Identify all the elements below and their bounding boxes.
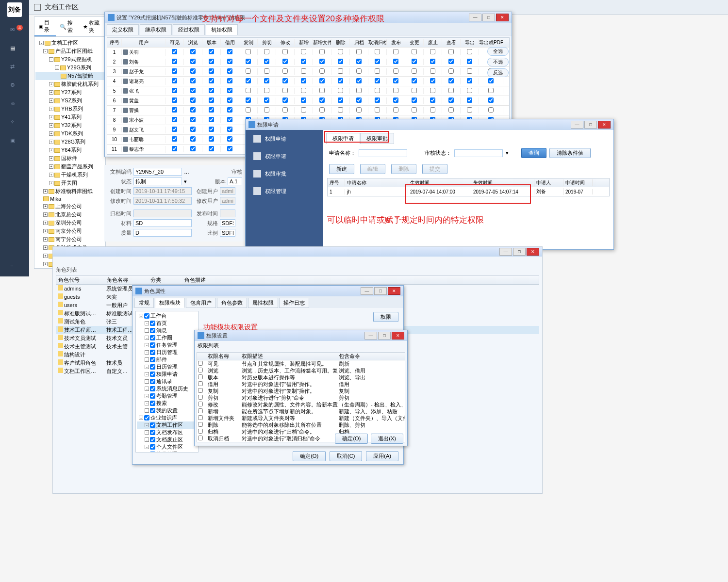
permission-checkbox[interactable] <box>172 97 177 103</box>
tree-node[interactable]: +Y41系列 <box>35 113 104 121</box>
permission-checkbox[interactable] <box>467 88 472 93</box>
permset-checkbox[interactable] <box>198 368 203 372</box>
module-tree-node[interactable]: - 任务管理 <box>137 341 197 349</box>
permission-button[interactable]: 权限 <box>373 312 398 322</box>
permission-checkbox[interactable] <box>412 49 417 54</box>
tree-node[interactable]: -Y29式挖掘机 <box>35 55 104 64</box>
module-tree-node[interactable]: - 系统消息历史 <box>137 385 197 392</box>
permission-checkbox[interactable] <box>393 49 398 54</box>
tools-icon[interactable]: ⚙ <box>10 82 19 91</box>
permission-checkbox[interactable] <box>319 49 325 54</box>
permission-row[interactable]: 3赵子龙 <box>107 67 509 77</box>
permission-checkbox[interactable] <box>356 59 362 64</box>
tree-node[interactable]: +北京总公司 <box>35 210 104 219</box>
permission-checkbox[interactable] <box>172 49 177 54</box>
module-checkbox[interactable] <box>150 408 155 413</box>
permission-row[interactable]: 1关羽 <box>107 48 509 57</box>
module-tree-node[interactable]: - 邮件 <box>137 356 197 363</box>
submit-button[interactable]: 提交 <box>422 164 447 174</box>
dialog-titlebar[interactable]: 角色属性 —□✕ <box>132 286 403 296</box>
new-button[interactable]: 新建 <box>329 164 354 174</box>
permission-checkbox[interactable] <box>467 68 472 74</box>
permission-checkbox[interactable] <box>190 146 196 151</box>
module-checkbox[interactable] <box>150 372 155 377</box>
permission-checkbox[interactable] <box>209 136 214 142</box>
module-tree-node[interactable]: - 文档发布区 <box>137 429 197 436</box>
menu-perm-apply-2[interactable]: 权限申请 <box>246 147 323 165</box>
tree-node[interactable]: +Y27系列 <box>35 88 104 97</box>
maximize-button[interactable]: □ <box>482 14 495 21</box>
permset-checkbox[interactable] <box>198 374 203 379</box>
permission-checkbox[interactable] <box>338 88 343 93</box>
permission-checkbox[interactable] <box>264 97 269 103</box>
invert-select-button[interactable]: 反选 <box>487 68 509 77</box>
permission-checkbox[interactable] <box>412 59 417 64</box>
permission-checkbox[interactable] <box>448 49 454 54</box>
permission-checkbox[interactable] <box>209 49 214 54</box>
permset-row[interactable]: 新增能在所选节点下增加新的对象。新建、导入、添加、粘贴 <box>197 408 405 415</box>
exit-button[interactable]: 退出(X) <box>371 434 403 444</box>
tab-pass[interactable]: 经过权限 <box>173 24 205 35</box>
permission-checkbox[interactable] <box>190 88 196 93</box>
module-tree-node[interactable]: - 权限申请 <box>137 371 197 378</box>
permission-checkbox[interactable] <box>209 78 214 83</box>
minimize-button[interactable]: — <box>499 248 512 256</box>
permission-checkbox[interactable] <box>227 97 232 103</box>
permission-checkbox[interactable] <box>338 107 343 113</box>
module-checkbox[interactable] <box>150 386 155 391</box>
tab-search[interactable]: 🔍 搜索 <box>56 17 79 36</box>
edit-button[interactable]: 编辑 <box>360 164 385 174</box>
module-tree-node[interactable]: - 工作台 <box>137 312 197 320</box>
permission-checkbox[interactable] <box>375 107 380 113</box>
window-titlebar[interactable]: —□✕ <box>53 247 542 257</box>
ok-button[interactable]: 确定(O) <box>335 434 368 444</box>
tree-node[interactable]: +上海分公司 <box>35 202 104 210</box>
module-tree-node[interactable]: - 文档工作区 <box>137 421 197 429</box>
permission-checkbox[interactable] <box>264 59 269 64</box>
permission-checkbox[interactable] <box>375 78 380 83</box>
tab-approve[interactable]: 权限审批 <box>360 133 394 144</box>
close-button[interactable]: ✕ <box>392 332 404 340</box>
permission-checkbox[interactable] <box>338 49 343 54</box>
permset-row[interactable]: 剪切对对象进行进行"剪切"命令剪切 <box>197 394 405 401</box>
permission-checkbox[interactable] <box>227 107 232 113</box>
permission-checkbox[interactable] <box>209 127 214 132</box>
maximize-button[interactable]: □ <box>584 121 597 129</box>
ratio-input[interactable] <box>220 229 235 237</box>
permission-checkbox[interactable] <box>393 88 398 93</box>
apply-button[interactable]: 应用(A) <box>366 451 398 461</box>
permission-checkbox[interactable] <box>227 127 232 132</box>
module-tree-node[interactable]: - 考勤管理 <box>137 392 197 400</box>
permission-row[interactable]: 4诸葛亮 <box>107 77 509 86</box>
permission-checkbox[interactable] <box>430 49 435 54</box>
minimize-button[interactable]: — <box>364 332 377 340</box>
permission-checkbox[interactable] <box>319 68 325 74</box>
permission-checkbox[interactable] <box>412 78 417 83</box>
permset-row[interactable]: 修改能修改对象的属性、文件内容。给新本置为当前…（生命周期）- 检出、检入、（… <box>197 401 405 408</box>
module-checkbox[interactable] <box>150 379 155 384</box>
tree-node[interactable]: +翻盖产品系列 <box>35 162 104 171</box>
permission-checkbox[interactable] <box>488 97 494 103</box>
permission-checkbox[interactable] <box>430 59 435 64</box>
tree-node[interactable]: +Y64系列 <box>35 146 104 154</box>
permission-checkbox[interactable] <box>412 88 417 93</box>
module-tree-node[interactable]: - 企业知识库 <box>137 414 197 421</box>
permission-checkbox[interactable] <box>430 88 435 93</box>
permission-checkbox[interactable] <box>190 49 196 54</box>
module-checkbox[interactable] <box>150 350 155 355</box>
permission-checkbox[interactable] <box>393 107 398 113</box>
permission-checkbox[interactable] <box>488 88 494 93</box>
tree-node[interactable]: -Y29G系列 <box>35 64 104 72</box>
module-checkbox[interactable] <box>150 357 155 362</box>
roleprop-tab[interactable]: 常规 <box>134 298 154 308</box>
permission-checkbox[interactable] <box>488 78 494 83</box>
permission-checkbox[interactable] <box>209 117 214 122</box>
permset-row[interactable]: 借用对选中的对象进行"借用"操作。借用 <box>197 381 405 388</box>
spec-input[interactable] <box>220 219 235 227</box>
module-checkbox[interactable] <box>150 430 155 435</box>
tree-node[interactable]: -产品工作区图纸 <box>35 47 104 55</box>
module-checkbox[interactable] <box>150 328 155 333</box>
permission-checkbox[interactable] <box>319 107 325 113</box>
flow-icon[interactable]: ⇄ <box>10 64 19 72</box>
menu-perm-manage[interactable]: 权限管理 <box>246 182 323 200</box>
